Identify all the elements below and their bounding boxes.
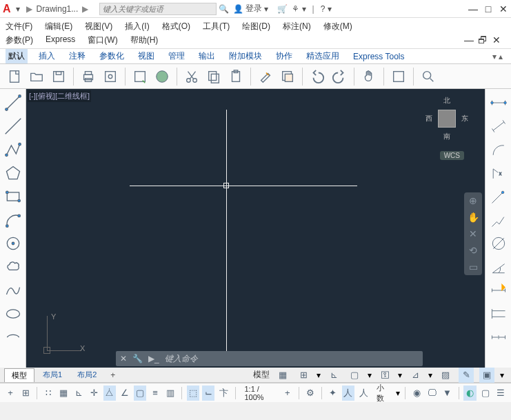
menu-item[interactable]: 标注(N) [283, 21, 311, 32]
layout-tab[interactable]: 布局1 [36, 368, 69, 382]
ribbon-tab[interactable]: 视图 [135, 49, 157, 63]
ribbon-tab[interactable]: 管理 [166, 49, 188, 63]
ribbon-tab[interactable]: 精选应用 [303, 49, 342, 63]
sb-iso-icon[interactable]: ⧊ [103, 386, 116, 401]
tab-overflow-icon[interactable]: ▾ ▴ [492, 52, 511, 61]
sb-gear-icon[interactable]: ⚙ [304, 386, 317, 401]
dim-radius-tool[interactable] [488, 186, 510, 208]
lineweight-icon[interactable]: ✎ [459, 368, 474, 383]
menu-item[interactable]: 编辑(E) [45, 21, 72, 32]
close-button[interactable]: ✕ [499, 4, 508, 14]
dropdown-icon[interactable]: ▾ [264, 4, 268, 14]
ribbon-tab[interactable]: 注释 [66, 49, 88, 63]
menu-item[interactable]: 绘图(D) [242, 21, 270, 32]
cmd-input[interactable]: 键入命令 [165, 353, 198, 365]
share-icon[interactable]: ⚘ ▾ [292, 4, 305, 14]
viewport-label[interactable]: [-][俯视][二维线框] [28, 90, 91, 102]
ribbon-tab[interactable]: Express Tools [350, 50, 407, 63]
annotation-scale-icon[interactable]: ⊿ [408, 368, 423, 383]
menu-item[interactable]: 帮助(H) [130, 34, 159, 46]
menu-item[interactable]: 工具(T) [203, 21, 230, 32]
sb-anno2-icon[interactable]: 人 [342, 386, 354, 401]
sb-plus-icon[interactable]: + [4, 386, 17, 401]
save-button[interactable] [48, 66, 69, 87]
cut-button[interactable] [181, 66, 202, 87]
globe-button[interactable] [152, 66, 172, 87]
layout-tab[interactable]: 布局2 [70, 368, 103, 382]
sb-3dosnap-icon[interactable]: 卞 [217, 386, 230, 401]
menu-item[interactable]: Express [46, 34, 75, 46]
snap-perp-icon[interactable]: ⊾ [326, 368, 341, 383]
quick-dim-tool[interactable] [488, 279, 510, 301]
doc-restore-button[interactable]: 🗗 [478, 35, 488, 45]
search-input[interactable] [99, 3, 217, 15]
sb-anno-icon[interactable]: ✦ [327, 386, 339, 401]
sb-custom-icon[interactable]: ☰ [494, 386, 507, 401]
sb-filter-icon[interactable]: ▼ [441, 386, 453, 401]
login-link[interactable]: 登录 [246, 3, 262, 14]
sb-otrack-icon[interactable]: ▢ [134, 386, 146, 401]
match-prop-button[interactable] [255, 66, 276, 87]
open-button[interactable] [26, 66, 47, 87]
sb-polar-icon[interactable]: ✛ [88, 386, 101, 401]
ellipse-arc-tool[interactable] [2, 326, 24, 348]
navigation-bar[interactable]: ⊕ ✋ ✕ ⟲ ▭ [464, 192, 482, 275]
ribbon-tab[interactable]: 参数化 [97, 49, 127, 63]
menu-item[interactable]: 插入(I) [125, 21, 149, 32]
dim-ordinate-tool[interactable]: x [488, 162, 510, 184]
pan-button[interactable] [359, 66, 379, 87]
cmd-close-icon[interactable]: ✕ [120, 354, 127, 363]
sb-lineweight-icon[interactable]: ≡ [149, 386, 161, 401]
dim-baseline-tool[interactable] [488, 303, 510, 325]
ribbon-tab[interactable]: 默认 [6, 49, 28, 63]
sb-grid2-icon[interactable]: ▦ [57, 386, 70, 401]
nav-pan-icon[interactable]: ✋ [468, 212, 479, 223]
sb-clean-icon[interactable]: ▢ [479, 386, 492, 401]
menu-item[interactable]: 文件(F) [6, 21, 32, 32]
dropdown-icon[interactable]: ▾ [16, 4, 20, 14]
sb-hwaccel-icon[interactable]: ◐ [463, 386, 476, 401]
search-icon[interactable]: 🔍 [219, 4, 229, 14]
user-icon[interactable]: 👤 [233, 4, 243, 14]
sb-zoom-plus-icon[interactable]: + [281, 386, 294, 401]
ribbon-tab[interactable]: 协作 [273, 49, 295, 63]
doc-close-button[interactable]: ✕ [492, 35, 501, 45]
grid-icon[interactable]: ▦ [275, 368, 290, 383]
sb-ucs-icon[interactable]: ⌙ [202, 386, 214, 401]
decimal-label[interactable]: 小数 [377, 383, 389, 403]
menu-item[interactable]: 窗口(W) [88, 34, 117, 46]
minimize-button[interactable]: — [468, 4, 478, 14]
sb-ortho-icon[interactable]: ⊾ [72, 386, 85, 401]
wcs-label[interactable]: WCS [440, 151, 464, 160]
sb-transparency-icon[interactable]: ▥ [164, 386, 177, 401]
revision-cloud-tool[interactable] [2, 256, 24, 278]
copy-button[interactable] [203, 66, 224, 87]
sb-snap-icon[interactable]: ∷ [42, 386, 54, 401]
arc-tool[interactable] [2, 209, 24, 231]
new-button[interactable] [4, 66, 25, 87]
sb-osnap-icon[interactable]: ∠ [119, 386, 131, 401]
lock-icon[interactable]: ⚿ [377, 368, 392, 383]
view-cube[interactable]: 北 南 东 西 [423, 94, 471, 143]
ribbon-tab[interactable]: 输出 [196, 49, 218, 63]
construction-line-tool[interactable] [2, 115, 24, 137]
snap-icon[interactable]: ▢ [347, 368, 362, 383]
dim-arc-tool[interactable] [488, 139, 510, 161]
nav-zoom-icon[interactable]: ✕ [469, 228, 477, 239]
command-line[interactable]: ✕ 🔧 ▶_ 键入命令 [116, 351, 423, 366]
drawing-canvas[interactable]: [-][俯视][二维线框] 北 南 东 西 WCS ⊕ ✋ ✕ ⟲ ▭ Y X … [26, 89, 485, 368]
dim-angular-tool[interactable] [488, 256, 510, 278]
undo-button[interactable] [307, 66, 328, 87]
redo-button[interactable] [329, 66, 350, 87]
dim-linear-tool[interactable] [488, 92, 510, 114]
block-button[interactable] [277, 66, 298, 87]
print-button[interactable] [78, 66, 99, 87]
dim-continue-tool[interactable] [488, 326, 510, 348]
nav-orbit-icon[interactable]: ⟲ [469, 245, 477, 256]
dim-aligned-tool[interactable] [488, 115, 510, 137]
polygon-tool[interactable] [2, 162, 24, 184]
nav-full-icon[interactable]: ⊕ [469, 195, 477, 206]
line-tool[interactable] [2, 92, 24, 114]
zoom-level[interactable]: 1:1 / 100% [244, 385, 274, 401]
layer-icon[interactable]: ▨ [438, 368, 453, 383]
